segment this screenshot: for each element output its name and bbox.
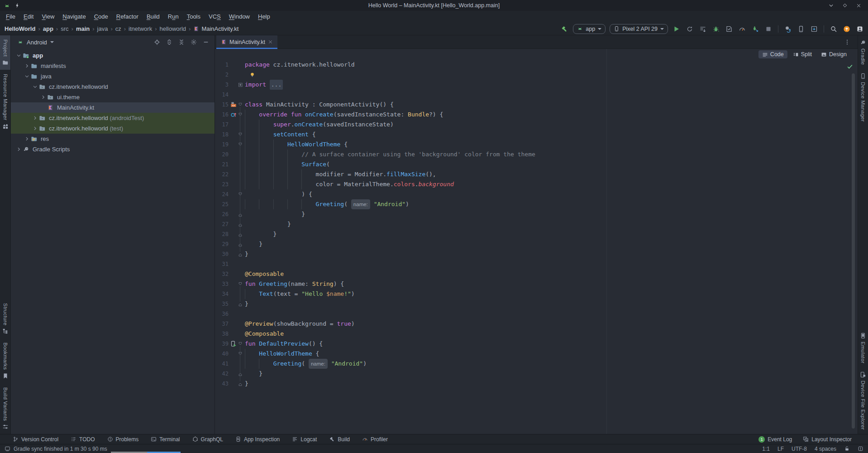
project-view-selector[interactable]: Android (27, 39, 47, 46)
tree-item-app[interactable]: app (11, 50, 215, 61)
crumb-mainactivity-kt[interactable]: MainActivity.kt (193, 25, 238, 32)
apply-changes-restart-icon[interactable] (686, 25, 693, 33)
line-number[interactable]: 2 (215, 72, 229, 78)
menu-navigate[interactable]: Navigate (58, 11, 90, 23)
toolwindow-project[interactable]: Project (0, 35, 10, 70)
sdk-manager-icon[interactable] (811, 25, 818, 33)
code-line[interactable]: 23 color = MaterialTheme.colors.backgrou… (215, 179, 858, 189)
device-manager-icon[interactable] (797, 25, 805, 33)
expand-all-icon[interactable] (166, 39, 172, 45)
code-line[interactable]: 32@Composable (215, 269, 858, 279)
fold-close-icon[interactable] (238, 222, 243, 227)
line-number[interactable]: 23 (215, 181, 229, 188)
override-gutter-icon[interactable] (230, 111, 237, 118)
toolbar-version-control[interactable]: Version Control (13, 436, 58, 443)
code-line[interactable]: 41 Greeting( name: "Android") (215, 359, 858, 369)
chev-right-icon[interactable] (16, 146, 22, 152)
build-hammer-icon[interactable] (561, 25, 568, 33)
line-number[interactable]: 16 (215, 111, 229, 118)
menu-edit[interactable]: Edit (19, 11, 38, 23)
tab-mainactivity[interactable]: MainActivity.kt (216, 35, 277, 49)
code-line[interactable]: 34 Text(text = "Hello $name!") (215, 289, 858, 299)
toolwindow-bookmarks[interactable]: Bookmarks (0, 338, 10, 383)
code-line[interactable]: 35} (215, 299, 858, 309)
fold-close-icon[interactable] (238, 231, 243, 237)
more-tabs-icon[interactable] (844, 39, 854, 45)
line-number[interactable]: 20 (215, 151, 229, 158)
line-number[interactable]: 32 (215, 271, 229, 277)
line-number[interactable]: 40 (215, 351, 229, 357)
line-number[interactable]: 42 (215, 371, 229, 377)
line-number[interactable]: 35 (215, 301, 229, 307)
fold-open-icon[interactable] (238, 132, 243, 138)
code-line[interactable]: 17 super.onCreate(savedInstanceState) (215, 120, 858, 130)
toolbar-problems[interactable]: Problems (107, 436, 139, 443)
line-number[interactable]: 24 (215, 191, 229, 198)
chevron-down-icon[interactable] (50, 41, 54, 43)
code-line[interactable]: 29 } (215, 239, 858, 249)
line-number[interactable]: 31 (215, 261, 229, 267)
crumb-src[interactable]: src (61, 25, 68, 32)
code-line[interactable]: 18 setContent { (215, 130, 858, 140)
line-number[interactable]: 33 (215, 281, 229, 287)
toolwindow-structure[interactable]: Structure (0, 299, 10, 338)
line-number[interactable]: 29 (215, 241, 229, 247)
toolwindow-resource-manager[interactable]: Resource Manager (0, 70, 10, 134)
tree-item-manifests[interactable]: manifests (11, 61, 215, 71)
inspections-ok-icon[interactable] (847, 63, 853, 70)
chev-down-icon[interactable] (32, 84, 38, 90)
code-line[interactable]: 22 modifier = Modifier.fillMaxSize(), (215, 169, 858, 179)
line-number[interactable]: 38 (215, 331, 229, 337)
menu-build[interactable]: Build (143, 11, 164, 23)
tree-item-cz-itnetwork-helloworld[interactable]: cz.itnetwork.helloworld (11, 82, 215, 92)
crumb-app[interactable]: app (43, 25, 53, 32)
line-number[interactable]: 36 (215, 311, 229, 317)
toolwindow-device-manager[interactable]: Device Manager (858, 69, 868, 126)
toolbar-profiler[interactable]: Profiler (362, 436, 388, 443)
code-line[interactable]: 14 (215, 90, 858, 100)
fold-open-icon[interactable] (238, 281, 243, 287)
toolwindow-emulator[interactable]: Emulator (858, 328, 868, 367)
toolwindow-gradle[interactable]: Gradle (858, 35, 868, 69)
code-line[interactable]: 37@Preview(showBackground = true) (215, 319, 858, 329)
crumb-cz[interactable]: cz (115, 25, 121, 32)
upgrade-assistant-icon[interactable] (843, 25, 850, 33)
toolbar-graphql[interactable]: GraphQL (192, 436, 223, 443)
code-area[interactable]: 1package cz.itnetwork.helloworld23import… (215, 60, 858, 389)
fold-open-icon[interactable] (238, 351, 243, 357)
user-avatar-icon[interactable] (856, 25, 863, 33)
apply-code-changes-icon[interactable] (699, 25, 706, 33)
preview-gutter-icon[interactable] (230, 341, 237, 347)
debug-icon[interactable] (712, 25, 720, 33)
chev-right-icon[interactable] (24, 63, 30, 69)
run-icon[interactable] (673, 25, 680, 33)
toolbar-layout-inspector[interactable]: Layout Inspector (803, 436, 852, 443)
gradle-sync-icon[interactable] (784, 25, 792, 33)
menu-refactor[interactable]: Refactor (112, 11, 143, 23)
close-tab-icon[interactable] (268, 39, 273, 44)
line-number[interactable]: 28 (215, 231, 229, 237)
indicator-icon[interactable] (858, 446, 863, 452)
code-line[interactable]: 27 } (215, 219, 858, 229)
tree-item-cz-itnetwork-helloworld[interactable]: cz.itnetwork.helloworld (androidTest) (11, 113, 215, 123)
fold-plus-icon[interactable] (238, 82, 243, 88)
menu-window[interactable]: Window (225, 11, 254, 23)
line-number[interactable]: 3 (215, 82, 229, 88)
line-number[interactable]: 37 (215, 321, 229, 327)
fold-open-icon[interactable] (238, 192, 243, 198)
mode-code[interactable]: Code (758, 50, 787, 58)
code-line[interactable]: 43} (215, 379, 858, 389)
code-line[interactable]: 42 } (215, 369, 858, 379)
maximize-icon[interactable] (842, 3, 848, 8)
code-line[interactable]: 36 (215, 309, 858, 319)
menu-code[interactable]: Code (90, 11, 112, 23)
tree-item-cz-itnetwork-helloworld[interactable]: cz.itnetwork.helloworld (test) (11, 123, 215, 134)
toolwindow-device-file-explorer[interactable]: Device File Explorer (858, 367, 868, 434)
toolbar-event-log[interactable]: 1Event Log (758, 436, 792, 443)
code-line[interactable]: 1package cz.itnetwork.helloworld (215, 60, 858, 70)
unlock-icon[interactable] (844, 446, 850, 452)
code-line[interactable]: 30} (215, 249, 858, 259)
attach-debugger-icon[interactable] (752, 25, 759, 33)
line-number[interactable]: 39 (215, 341, 229, 347)
crumb-main[interactable]: main (76, 25, 90, 32)
